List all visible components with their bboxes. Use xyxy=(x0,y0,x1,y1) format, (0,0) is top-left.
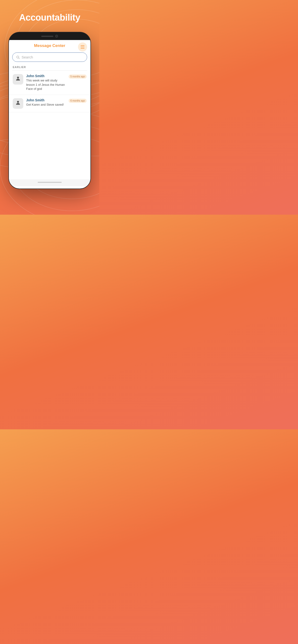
home-bar xyxy=(38,182,62,183)
message-item[interactable]: John Smith Get Karen and Steve saved! 6 … xyxy=(9,95,90,112)
menu-line-3 xyxy=(81,48,84,49)
menu-button[interactable] xyxy=(78,42,87,52)
message-time: 6 months ago xyxy=(69,99,87,103)
phone-notch xyxy=(9,32,90,40)
home-indicator xyxy=(9,180,90,186)
search-container: Search xyxy=(9,50,90,65)
search-icon xyxy=(16,56,20,59)
message-sender: John Smith xyxy=(26,74,66,78)
notch-camera xyxy=(55,35,58,38)
notch-cutout xyxy=(33,33,66,40)
message-content: John Smith Get Karen and Steve saved! xyxy=(26,98,66,107)
svg-point-12 xyxy=(17,77,19,78)
message-list: John Smith This week we will study lesso… xyxy=(9,71,90,112)
message-content: John Smith This week we will study lesso… xyxy=(26,74,66,91)
menu-line-1 xyxy=(81,45,84,46)
avatar-icon xyxy=(15,76,21,83)
screen-title: Message Center xyxy=(34,43,65,48)
app-header: Message Center xyxy=(9,40,90,50)
message-time: 5 months ago xyxy=(69,74,87,78)
search-bar[interactable]: Search xyxy=(12,52,87,62)
message-item[interactable]: John Smith This week we will study lesso… xyxy=(9,71,90,95)
avatar xyxy=(13,98,23,109)
message-preview: This week we will study lesson 1 of Jesu… xyxy=(26,78,66,91)
menu-line-2 xyxy=(81,47,84,47)
empty-space xyxy=(9,112,90,180)
avatar xyxy=(13,74,23,84)
message-sender: John Smith xyxy=(26,98,66,102)
svg-line-11 xyxy=(19,58,20,59)
svg-point-13 xyxy=(17,101,19,103)
page-title: Accountability xyxy=(19,12,80,23)
message-preview: Get Karen and Steve saved! xyxy=(26,103,66,107)
phone-mockup: Message Center Search EARLIER xyxy=(9,32,90,188)
section-earlier: EARLIER xyxy=(9,65,90,70)
search-placeholder: Search xyxy=(22,55,33,59)
phone-screen: Message Center Search EARLIER xyxy=(9,40,90,188)
notch-bar xyxy=(41,36,53,37)
avatar-icon xyxy=(15,100,21,107)
